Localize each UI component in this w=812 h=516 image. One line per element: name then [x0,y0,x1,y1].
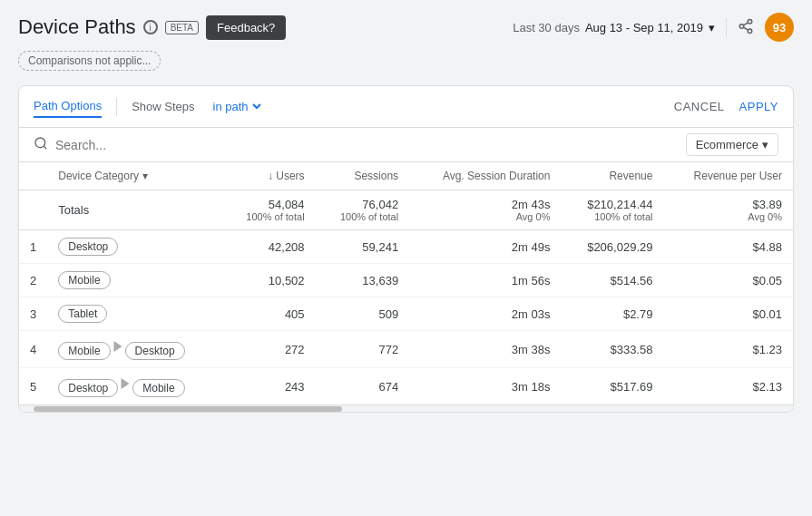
svg-marker-8 [122,378,130,389]
info-icon[interactable]: i [143,20,158,34]
header-right: Last 30 days Aug 13 - Sep 11, 2019 ▾ 93 [513,13,794,42]
table-row: 2Mobile10,50213,6391m 56s$514.56$0.05 [19,264,793,297]
row-avg-session: 2m 03s [409,297,561,331]
row-revenue: $2.79 [561,297,663,331]
totals-sessions: 76,042 100% of total [316,190,410,230]
totals-revenue-per-user: $3.89 Avg 0% [663,190,793,230]
path-chip[interactable]: Tablet [58,305,107,323]
row-users: 10,502 [221,264,316,297]
th-users[interactable]: ↓ Users [221,162,316,190]
scrollbar-thumb[interactable] [34,406,342,412]
device-category-dropdown-icon: ▾ [142,170,148,182]
row-revenue-per-user: $4.88 [663,230,793,264]
path-chip[interactable]: Mobile [58,271,110,289]
data-table: Device Category ▾ ↓ Users Sessions Avg. … [19,162,793,404]
svg-line-6 [44,146,46,149]
ecommerce-dropdown-icon: ▾ [762,138,768,151]
search-input[interactable] [55,138,686,152]
th-sessions[interactable]: Sessions [316,162,410,190]
row-revenue: $517.69 [561,368,663,405]
row-revenue-per-user: $1.23 [663,331,793,368]
totals-revenue: $210,214.44 100% of total [561,190,663,230]
in-path-select[interactable]: in path [210,99,264,114]
row-num: 3 [19,297,47,331]
row-revenue-per-user: $2.13 [663,368,793,405]
date-dropdown-icon[interactable]: ▾ [709,21,715,34]
cancel-button[interactable]: CANCEL [674,100,725,113]
row-path: Tablet [47,297,221,331]
scrollbar-area[interactable] [19,404,793,412]
row-num: 4 [19,331,47,368]
row-sessions: 59,241 [316,230,410,264]
row-path: Mobile [47,264,221,297]
header-left: Device Paths i BETA Feedback? [18,15,286,40]
row-avg-session: 3m 18s [409,368,561,405]
search-bar: Ecommerce ▾ [19,128,793,162]
row-avg-session: 2m 49s [409,230,561,264]
table-row: 1Desktop42,20859,2412m 49s$206,029.29$4.… [19,230,793,264]
row-revenue-per-user: $0.01 [663,297,793,331]
totals-num [19,190,47,230]
apply-button[interactable]: APPLY [739,100,778,113]
path-arrow-icon [110,338,126,355]
path-arrow-icon [117,375,133,392]
search-icon [34,136,48,154]
comparison-chip[interactable]: Comparisons not applic... [18,51,161,71]
toolbar-divider [116,98,117,116]
date-range: Last 30 days Aug 13 - Sep 11, 2019 ▾ [513,21,715,34]
date-label: Last 30 days [513,21,580,34]
show-steps-label: Show Steps [132,100,194,113]
header: Device Paths i BETA Feedback? Last 30 da… [0,0,812,51]
svg-point-0 [748,19,752,24]
row-avg-session: 1m 56s [409,264,561,297]
row-path: MobileDesktop [47,331,221,368]
row-sessions: 509 [316,297,410,331]
svg-line-4 [743,22,748,24]
th-avg-session[interactable]: Avg. Session Duration [409,162,561,190]
svg-point-5 [35,138,45,148]
row-revenue: $206,029.29 [561,230,663,264]
ecommerce-button[interactable]: Ecommerce ▾ [686,133,778,156]
path-chip[interactable]: Desktop [58,379,118,397]
svg-point-2 [748,29,752,34]
th-device-category[interactable]: Device Category ▾ [47,162,221,190]
table-row: 3Tablet4055092m 03s$2.79$0.01 [19,297,793,331]
row-users: 272 [221,331,316,368]
totals-label: Totals [47,190,221,230]
totals-users: 54,084 100% of total [221,190,316,230]
ecommerce-label: Ecommerce [696,138,758,151]
comparison-bar: Comparisons not applic... [0,51,812,78]
row-sessions: 13,639 [316,264,410,297]
row-revenue: $514.56 [561,264,663,297]
path-chip[interactable]: Desktop [58,238,118,256]
toolbar: Path Options Show Steps in path CANCEL A… [19,86,793,128]
svg-point-1 [739,24,744,28]
user-avatar[interactable]: 93 [765,13,794,42]
feedback-button[interactable]: Feedback? [206,15,286,40]
totals-row: Totals 54,084 100% of total 76,042 100% … [19,190,793,230]
th-revenue[interactable]: Revenue [561,162,663,190]
main-content: Path Options Show Steps in path CANCEL A… [18,85,794,413]
row-users: 243 [221,368,316,405]
row-sessions: 772 [316,331,410,368]
totals-avg-session: 2m 43s Avg 0% [409,190,561,230]
table-row: 5DesktopMobile2436743m 18s$517.69$2.13 [19,368,793,405]
path-chip[interactable]: Desktop [125,342,185,360]
table-header-row: Device Category ▾ ↓ Users Sessions Avg. … [19,162,793,190]
svg-marker-7 [113,341,122,352]
comparison-text: Comparisons not applic... [28,54,151,67]
table-row: 4MobileDesktop2727723m 38s$333.58$1.23 [19,331,793,368]
path-chip[interactable]: Mobile [132,379,184,397]
svg-line-3 [743,27,748,30]
row-num: 2 [19,264,47,297]
path-chip[interactable]: Mobile [58,342,110,360]
row-revenue-per-user: $0.05 [663,264,793,297]
row-path: Desktop [47,230,221,264]
share-icon[interactable] [738,18,754,37]
date-range-value: Aug 13 - Sep 11, 2019 [585,21,703,34]
path-options-tab[interactable]: Path Options [34,95,102,118]
th-revenue-per-user[interactable]: Revenue per User [663,162,793,190]
row-num: 5 [19,368,47,405]
row-num: 1 [19,230,47,264]
row-revenue: $333.58 [561,331,663,368]
